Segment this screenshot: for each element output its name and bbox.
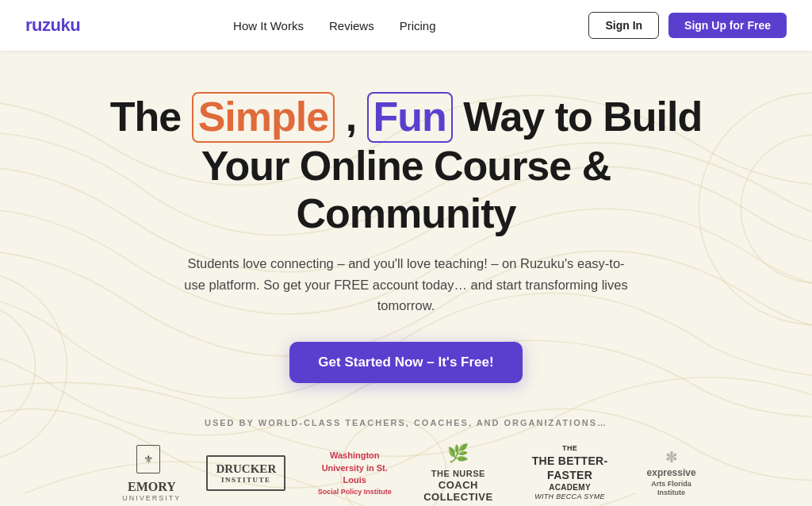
hero-title-pre: The	[110, 94, 192, 140]
svg-point-0	[0, 304, 36, 430]
nav-link-pricing[interactable]: Pricing	[400, 19, 436, 33]
nurse-title: THE NURSE	[423, 469, 492, 479]
sign-up-button[interactable]: Sign Up for Free	[668, 13, 787, 38]
nurse-icon: 🌿	[447, 443, 469, 464]
get-started-button[interactable]: Get Started Now – It's Free!	[289, 342, 522, 383]
expressive-name: expressive	[647, 467, 696, 480]
social-proof-label: Used by world-class teachers, coaches, a…	[32, 418, 780, 427]
bfa-box: THE THE BETTER-FASTER ACADEMY with Becca…	[519, 444, 622, 502]
washu-box: Washington University in St. Louis Socia…	[311, 450, 398, 496]
nurse-sub: COACH	[423, 479, 492, 492]
logo-drucker: DRUCKER INSTITUTE	[206, 455, 285, 491]
social-proof: Used by world-class teachers, coaches, a…	[32, 418, 780, 504]
hero-highlight-fun: Fun	[367, 92, 453, 143]
svg-point-3	[699, 93, 812, 324]
logo-emory: ⚜ EMORY UNIVERSITY	[116, 445, 181, 502]
logo-washu: Washington University in St. Louis Socia…	[311, 450, 398, 496]
nav-link-how-it-works[interactable]: How It Works	[233, 19, 304, 33]
logo-better-faster: THE THE BETTER-FASTER ACADEMY with Becca…	[519, 444, 622, 502]
hero-highlight-simple: Simple	[192, 92, 335, 143]
expressive-sub2: Institute	[647, 489, 696, 498]
bfa-pre: THE	[519, 444, 622, 454]
svg-point-2	[741, 135, 812, 282]
nav-links: How It Works Reviews Pricing	[233, 19, 435, 33]
hero-title-mid: ,	[335, 94, 366, 140]
logos-row: ⚜ EMORY UNIVERSITY DRUCKER INSTITUTE Was…	[32, 443, 780, 504]
hero-content: The Simple , Fun Way to Build Your Onlin…	[105, 92, 707, 383]
bfa-author: with Becca Syme	[519, 493, 622, 502]
hero-section: .swirl { fill: none; stroke: #c8b97a; st…	[0, 51, 812, 506]
drucker-name: DRUCKER	[216, 462, 276, 476]
expressive-sub: Arts Florida	[647, 480, 696, 489]
sign-in-button[interactable]: Sign In	[588, 12, 659, 39]
expressive-box: ✼ expressive Arts Florida Institute	[647, 449, 696, 498]
bfa-name: THE BETTER-FASTER	[519, 454, 622, 482]
logo-expressive-arts: ✼ expressive Arts Florida Institute	[647, 449, 696, 498]
navbar: ruzuku How It Works Reviews Pricing Sign…	[0, 0, 812, 51]
nurse-collective: COLLECTIVE	[423, 491, 492, 504]
washu-name: Washington University in St. Louis	[311, 450, 398, 486]
emory-sub: UNIVERSITY	[122, 494, 181, 502]
logo[interactable]: ruzuku	[25, 15, 80, 36]
drucker-sub: INSTITUTE	[216, 476, 276, 485]
washu-sub: Social Policy Institute	[311, 487, 398, 497]
drucker-box: DRUCKER INSTITUTE	[206, 455, 285, 491]
logo-nurse-coach: 🌿 THE NURSE COACH COLLECTIVE	[423, 443, 492, 504]
hero-subtitle: Students love connecting – and you'll lo…	[184, 253, 628, 316]
nav-link-reviews[interactable]: Reviews	[329, 19, 374, 33]
hero-title: The Simple , Fun Way to Build Your Onlin…	[105, 92, 707, 237]
nav-actions: Sign In Sign Up for Free	[588, 12, 787, 39]
nurse-text: THE NURSE COACH COLLECTIVE	[423, 469, 492, 504]
emory-crest-icon: ⚜	[136, 445, 160, 473]
emory-name: EMORY	[122, 480, 181, 494]
bfa-sub: ACADEMY	[519, 482, 622, 493]
